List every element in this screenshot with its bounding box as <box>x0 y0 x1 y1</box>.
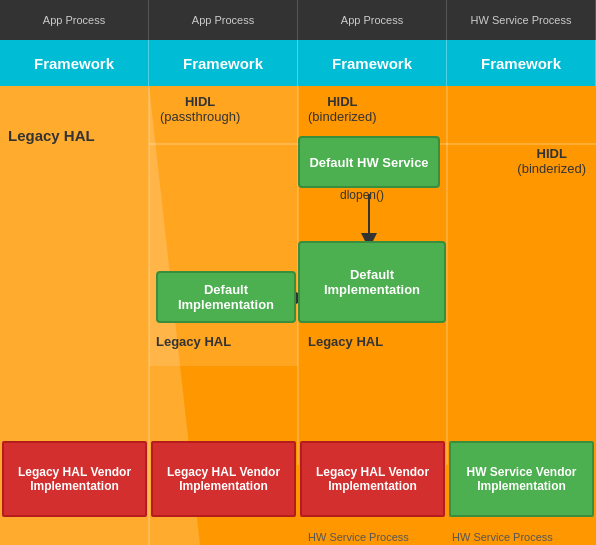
framework-col4-label: Framework <box>481 55 561 72</box>
framework-col3-label: Framework <box>332 55 412 72</box>
header-col2: App Process <box>149 0 298 40</box>
header-col4-label: HW Service Process <box>471 14 572 26</box>
framework-col1-label: Framework <box>34 55 114 72</box>
header-col2-label: App Process <box>192 14 254 26</box>
bottom-col4: HW Service Vendor Implementation <box>449 441 594 517</box>
framework-col2-label: Framework <box>183 55 263 72</box>
bottom-col1-label: Legacy HAL Vendor Implementation <box>8 465 141 493</box>
bottom-row: Legacy HAL Vendor Implementation Legacy … <box>0 439 596 519</box>
legacy-hal-col3-label: Legacy HAL <box>308 334 383 349</box>
hidl-binderized-right-label: HIDL(binderized) <box>517 146 586 176</box>
header-col3-label: App Process <box>341 14 403 26</box>
hidl-binderized-top-label: HIDL(binderized) <box>308 94 377 124</box>
framework-col2: Framework <box>149 40 298 86</box>
bottom-col2: Legacy HAL Vendor Implementation <box>151 441 296 517</box>
header-col4: HW Service Process <box>447 0 596 40</box>
header-col1: App Process <box>0 0 149 40</box>
dlopen-area: dlopen() <box>340 188 384 202</box>
svg-marker-1 <box>149 86 298 366</box>
framework-col3: Framework <box>298 40 447 86</box>
framework-col1: Framework <box>0 40 149 86</box>
legacy-hal-main-label: Legacy HAL <box>8 126 95 146</box>
hidl-binderized-right-text: HIDL(binderized) <box>517 146 586 176</box>
hw-service-process-label-col3: HW Service Process <box>308 531 409 543</box>
dlopen-label: dlopen() <box>340 188 384 202</box>
diagram: App Process App Process App Process HW S… <box>0 0 596 545</box>
header-row: App Process App Process App Process HW S… <box>0 0 596 40</box>
bottom-col1: Legacy HAL Vendor Implementation <box>2 441 147 517</box>
hidl-binderized-top-text: HIDL(binderized) <box>308 94 377 124</box>
header-col3: App Process <box>298 0 447 40</box>
main-area: Legacy HAL HIDL(passthrough) HIDL(binder… <box>0 86 596 545</box>
legacy-hal-col2-label: Legacy HAL <box>156 334 231 349</box>
bottom-col2-label: Legacy HAL Vendor Implementation <box>157 465 290 493</box>
default-impl-col2-label: DefaultImplementation <box>178 282 274 312</box>
hidl-passthrough-label: HIDL(passthrough) <box>160 94 240 124</box>
bottom-col3: Legacy HAL Vendor Implementation <box>300 441 445 517</box>
bottom-col4-label: HW Service Vendor Implementation <box>455 465 588 493</box>
hidl-passthrough-text: HIDL(passthrough) <box>160 94 240 124</box>
default-impl-col3-label: DefaultImplementation <box>324 267 420 297</box>
hw-service-label: Default HW Service <box>309 155 428 170</box>
header-col1-label: App Process <box>43 14 105 26</box>
bottom-col3-label: Legacy HAL Vendor Implementation <box>306 465 439 493</box>
default-impl-col3: DefaultImplementation <box>298 241 446 323</box>
framework-col4: Framework <box>447 40 596 86</box>
hw-service-box: Default HW Service <box>298 136 440 188</box>
default-impl-col2: DefaultImplementation <box>156 271 296 323</box>
hw-service-process-label-col4: HW Service Process <box>452 531 553 543</box>
framework-row: Framework Framework Framework Framework <box>0 40 596 86</box>
